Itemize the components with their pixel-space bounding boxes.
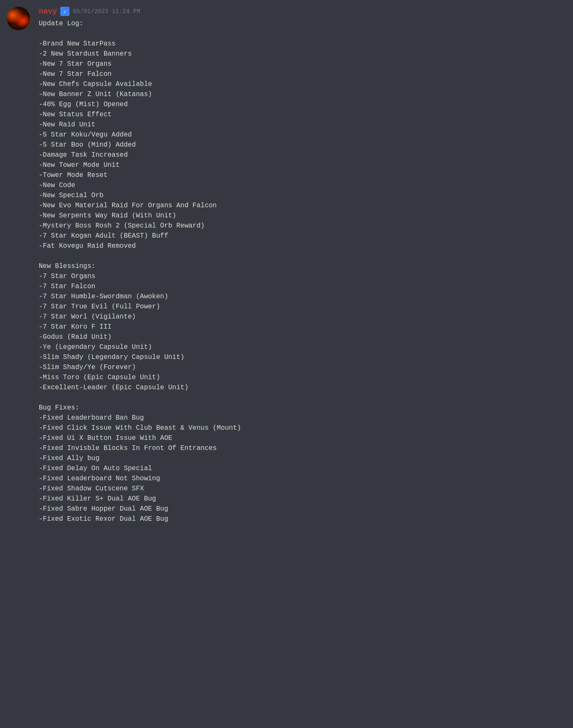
message-header: navy ✓ 05/01/2023 11:24 PM (39, 7, 566, 16)
message-container: navy ✓ 05/01/2023 11:24 PM Update Log: -… (0, 0, 573, 531)
avatar-section (7, 7, 32, 524)
timestamp: 05/01/2023 11:24 PM (73, 8, 140, 15)
username: navy (39, 7, 57, 16)
svg-text:✓: ✓ (63, 9, 67, 15)
badge-icon: ✓ (60, 7, 70, 16)
message-content: navy ✓ 05/01/2023 11:24 PM Update Log: -… (39, 7, 566, 524)
message-body: Update Log: -Brand New StarPass -2 New S… (39, 19, 566, 524)
verified-badge: ✓ (60, 7, 70, 16)
avatar-image (7, 7, 30, 30)
avatar (7, 7, 30, 30)
